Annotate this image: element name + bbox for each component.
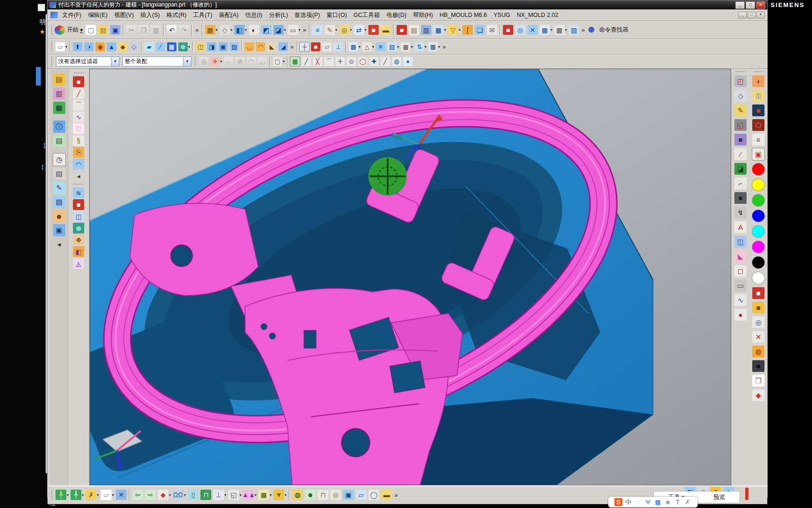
mold-grid-icon[interactable]: ▦▾ (433, 24, 446, 35)
deviation-check-icon[interactable]: ✕ (375, 42, 386, 52)
boolean-shapes-icon[interactable]: ⊕ (72, 222, 85, 234)
red-black-cube-icon[interactable]: ■ (752, 104, 765, 117)
dot-indicator-icon[interactable]: : (634, 498, 643, 507)
red-drop-icon[interactable]: ◆ (752, 389, 765, 402)
line-curve-icon[interactable]: ╱ (72, 88, 85, 99)
constraint-navigator-icon[interactable]: ▥ (53, 87, 66, 100)
chamfer-icon[interactable]: ◣ (267, 42, 277, 52)
snap-control-point-icon[interactable]: ⌒ (324, 56, 334, 66)
cyan-column-icon[interactable]: ▯ (187, 489, 199, 500)
menu-nx-mold[interactable]: NX_MOLD 2.02 (513, 11, 561, 19)
dropdown-caret[interactable]: ▾ (220, 59, 222, 64)
work-plane-icon[interactable]: ✎▾ (324, 24, 338, 35)
offset-surface-icon[interactable]: ▨ (229, 42, 239, 52)
color-yellow-icon[interactable] (751, 178, 765, 192)
dropdown-caret[interactable]: ▾ (358, 45, 360, 49)
dropdown-caret[interactable]: ▾ (80, 26, 83, 33)
dropdown-caret[interactable]: ▾ (372, 45, 374, 49)
binoculars-icon[interactable]: ΩΩ▾ (172, 489, 186, 500)
gold-cube-icon[interactable]: ■ (752, 301, 765, 314)
green-clamp-icon[interactable]: ⊓ (200, 489, 212, 500)
dropdown-caret[interactable]: ▾ (397, 45, 399, 49)
arc-curve-icon[interactable]: ⌒ (72, 99, 85, 111)
render-style-icon[interactable]: ◐ (248, 24, 260, 35)
tool-path-icon[interactable]: ╀▾ (70, 489, 84, 500)
grid-snap-icon[interactable]: ▦▾ (348, 42, 361, 52)
view-style-grid-icon[interactable]: ▦▾ (205, 24, 218, 35)
color-blue-icon[interactable] (751, 209, 765, 223)
menu-gc-toolbox[interactable]: GC工具箱 (350, 10, 383, 20)
undo-icon[interactable]: ↶ (166, 24, 177, 35)
triangle-mesh-icon[interactable]: △▾ (362, 42, 374, 52)
dark-box-icon[interactable]: ■ (734, 192, 747, 204)
menu-preferences[interactable]: 首选项(P) (291, 10, 323, 20)
dropdown-caret[interactable]: ▾ (365, 28, 366, 32)
edm-stack-icon[interactable]: ▧ (568, 24, 580, 35)
snap-intersection-icon[interactable]: ✛ (335, 56, 345, 66)
dropdown-caret[interactable]: ▾ (411, 45, 413, 49)
profile-sketch-icon[interactable]: ♡ (72, 123, 85, 135)
through-curves-icon[interactable]: ≋ (72, 187, 85, 199)
paint-part-icon[interactable]: ✎ (734, 104, 747, 117)
dropdown-caret[interactable]: ▾ (299, 28, 301, 32)
color-green-icon[interactable] (751, 194, 765, 207)
shirt-skin-icon[interactable]: T (673, 498, 682, 507)
selection-ball-cursor[interactable] (368, 157, 407, 196)
graphics-viewport[interactable]: YC ZC (89, 69, 731, 485)
child-close-button[interactable]: ✕ (756, 12, 764, 18)
selection-scope-select[interactable]: 整个装配 ▼ (122, 56, 191, 66)
menu-file[interactable]: 文件(F) (59, 10, 85, 20)
pink-wedge-icon[interactable]: ◣ (734, 250, 747, 263)
dropdown-caret[interactable]: ▾ (444, 28, 446, 32)
tool-path-n-icon[interactable]: ╀▾ (55, 489, 69, 500)
chevron-down-icon[interactable]: ▼ (111, 57, 119, 66)
color-red-icon[interactable] (751, 162, 765, 176)
transparent-cube-icon[interactable]: ◫ (72, 210, 85, 222)
close-x-icon[interactable]: ✕ (752, 331, 765, 343)
pencil-annotation-icon[interactable]: ▩▾ (400, 42, 413, 52)
menu-electrode[interactable]: 电极(D) (383, 10, 410, 20)
green-walk-icon[interactable]: ☻ (304, 489, 316, 500)
system-materials-icon[interactable]: ▤ (53, 167, 66, 180)
helix-icon[interactable]: § (72, 135, 85, 146)
dropdown-caret[interactable]: ▾ (224, 493, 226, 497)
menu-information[interactable]: 信息(I) (242, 10, 266, 20)
snap-tangent-icon[interactable]: ╱ (380, 56, 390, 66)
mold-box-icon[interactable]: ▣ (342, 489, 354, 500)
mold-monitor-icon[interactable]: ▥ (421, 24, 432, 35)
bird-x-icon[interactable]: ✗▾ (85, 489, 99, 500)
grid-zero-icon[interactable]: ◱▾ (228, 489, 242, 500)
text-tool-icon[interactable]: A (734, 221, 747, 234)
start-menu-button[interactable]: 开始 ▾ (65, 25, 85, 34)
snap-endpoint-icon[interactable]: ╱ (301, 56, 311, 66)
snap-point-toggle-icon[interactable]: ▦ (290, 56, 300, 66)
menu-view[interactable]: 视图(V) (111, 10, 137, 20)
dropdown-caret[interactable]: ▾ (424, 45, 426, 49)
datum-plane-icon[interactable]: ▰ (144, 42, 154, 52)
edm-boxes-icon[interactable]: ▦▾ (539, 24, 553, 35)
close-button[interactable]: ✕ (756, 1, 765, 9)
tilted-datum-icon[interactable]: ◇ (734, 89, 747, 102)
roles-pencil-icon[interactable]: ✎ (53, 181, 66, 194)
sketch-icon[interactable]: ▱▾ (55, 42, 68, 52)
color-key-icon[interactable]: ⚿ (752, 89, 765, 102)
system-scenes-icon[interactable]: ▨ (53, 195, 66, 209)
clip-cube-icon[interactable]: ◱ (734, 119, 747, 131)
display-window-icon[interactable]: ▭▾ (287, 24, 301, 35)
menu-hb-mould[interactable]: HB_MOULD M6.6 (436, 11, 490, 19)
overflow-button[interactable]: » (195, 26, 199, 33)
extrude-sheet-icon[interactable]: ⎘ (72, 146, 85, 158)
dimension-ruler-icon[interactable]: ⊥ (333, 42, 343, 52)
overflow-button[interactable]: » (303, 26, 306, 33)
child-minimize-button[interactable]: _ (739, 12, 747, 18)
internet-explorer-icon[interactable]: ⓘ (53, 120, 66, 133)
find-component-icon[interactable]: ◎▾ (339, 24, 352, 35)
black-cube-icon[interactable]: ■ (752, 360, 765, 372)
green-surface-icon[interactable]: ◪ (734, 162, 747, 175)
red-cube-b-icon[interactable]: ■ (752, 287, 765, 299)
image-panel-icon[interactable]: ▣ (53, 224, 66, 237)
layer-settings-icon[interactable]: ≡ (312, 24, 323, 35)
swept-surface-icon[interactable]: ◠ (72, 158, 85, 170)
pad-icon[interactable]: ◇ (129, 42, 139, 52)
preview-button[interactable]: 预览 (713, 493, 725, 501)
